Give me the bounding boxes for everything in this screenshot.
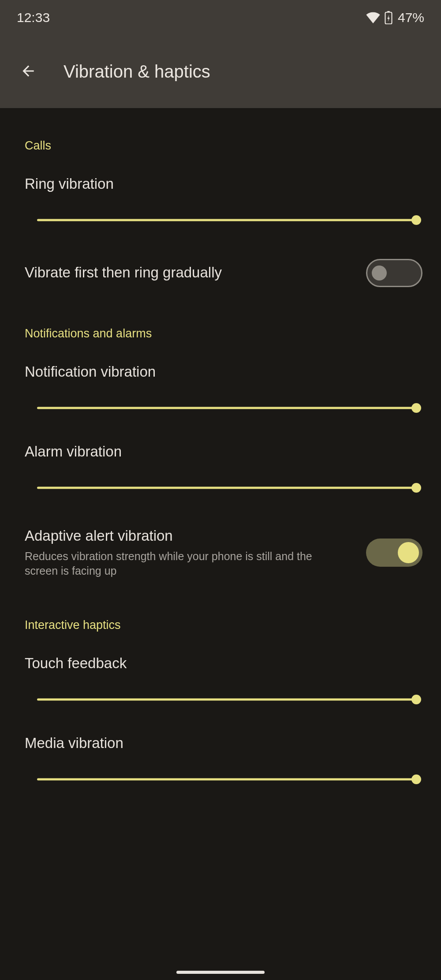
section-header-notifications: Notifications and alarms <box>0 305 441 345</box>
wifi-icon <box>366 12 380 23</box>
setting-alarm-vibration[interactable]: Alarm vibration <box>0 425 441 466</box>
setting-title: Ring vibration <box>25 175 416 194</box>
status-time: 12:33 <box>17 10 50 25</box>
media-vibration-slider[interactable] <box>37 775 416 784</box>
status-bar: 12:33 47% <box>0 0 441 35</box>
battery-charging-icon <box>385 11 392 24</box>
arrow-left-icon <box>20 63 37 81</box>
setting-description: Reduces vibration strength while your ph… <box>25 549 342 579</box>
vibrate-first-toggle[interactable] <box>366 259 422 287</box>
adaptive-alert-toggle[interactable] <box>366 539 422 567</box>
settings-content: Calls Ring vibration Vibrate first then … <box>0 108 441 796</box>
setting-title: Alarm vibration <box>25 442 416 461</box>
setting-title: Notification vibration <box>25 363 416 382</box>
touch-feedback-slider[interactable] <box>37 695 416 704</box>
setting-vibrate-first[interactable]: Vibrate first then ring gradually <box>0 237 441 305</box>
setting-title: Adaptive alert vibration <box>25 527 353 546</box>
setting-touch-feedback[interactable]: Touch feedback <box>0 636 441 677</box>
section-header-interactive: Interactive haptics <box>0 596 441 636</box>
setting-title: Media vibration <box>25 734 416 753</box>
alarm-vibration-slider[interactable] <box>37 483 416 492</box>
setting-media-vibration[interactable]: Media vibration <box>0 716 441 757</box>
battery-percentage: 47% <box>398 10 424 25</box>
notification-vibration-slider[interactable] <box>37 404 416 412</box>
app-bar: Vibration & haptics <box>0 35 441 108</box>
section-header-calls: Calls <box>0 117 441 157</box>
page-title: Vibration & haptics <box>64 62 210 82</box>
setting-adaptive-alert[interactable]: Adaptive alert vibration Reduces vibrati… <box>0 505 441 596</box>
setting-title: Touch feedback <box>25 654 416 673</box>
navigation-handle[interactable] <box>176 971 265 974</box>
setting-ring-vibration[interactable]: Ring vibration <box>0 157 441 198</box>
status-right: 47% <box>366 10 424 25</box>
ring-vibration-slider[interactable] <box>37 216 416 224</box>
setting-notification-vibration[interactable]: Notification vibration <box>0 345 441 386</box>
back-button[interactable] <box>18 61 39 82</box>
setting-title: Vibrate first then ring gradually <box>25 263 353 282</box>
